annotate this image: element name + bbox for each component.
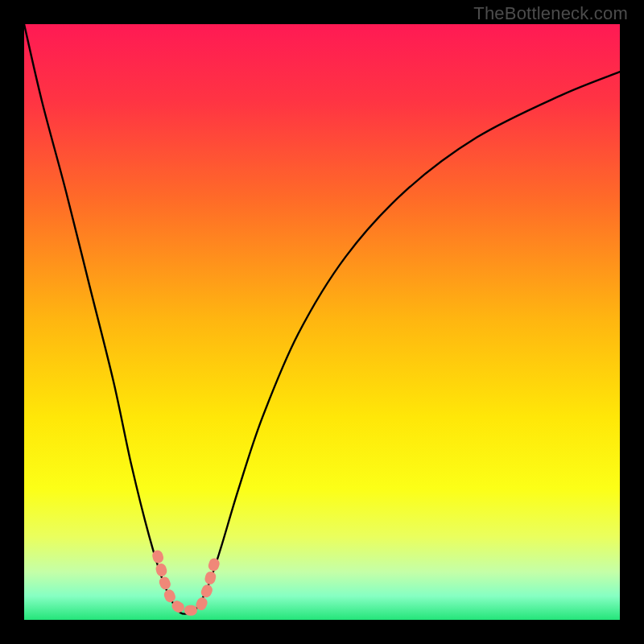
watermark-text: TheBottleneck.com <box>473 3 628 24</box>
chart-frame: TheBottleneck.com <box>0 0 644 644</box>
bottleneck-curve <box>24 24 620 614</box>
curve-layer <box>24 24 620 620</box>
plot-area <box>24 24 620 620</box>
highlight-beads <box>158 555 217 610</box>
